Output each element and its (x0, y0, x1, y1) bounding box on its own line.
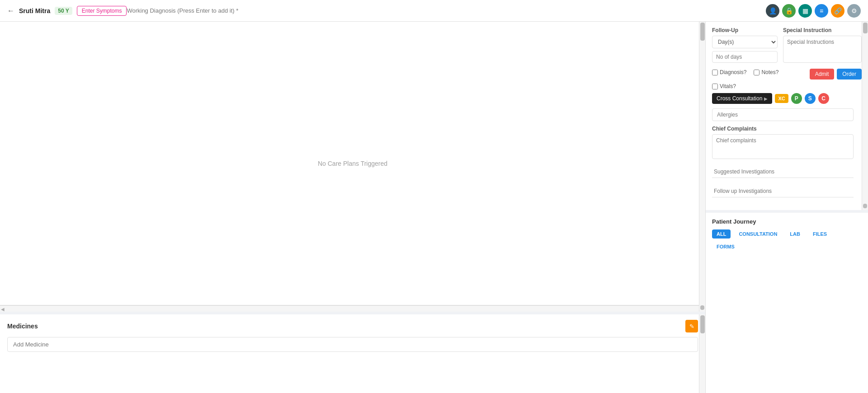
grid-icon-button[interactable]: ▦ (798, 4, 812, 18)
diagnosis-checkbox-item[interactable]: Diagnosis? (712, 69, 746, 75)
scroll-thumb-top[interactable] (700, 23, 705, 41)
special-instruction-col: Special Instruction (783, 27, 862, 64)
s-button[interactable]: S (805, 93, 816, 104)
cross-consultation-label: Cross Consultation (717, 95, 762, 102)
followup-investigations-input[interactable] (712, 185, 854, 197)
user-icon-button[interactable]: 👤 (766, 4, 779, 18)
main-layout: No Care Plans Triggered ◀ ▶ Medicines ✎ (0, 22, 868, 393)
back-button[interactable]: ← (7, 7, 14, 15)
enter-symptoms-button[interactable]: Enter Symptoms (77, 6, 127, 16)
chief-complaints-label: Chief Complaints (712, 126, 862, 132)
care-plans-empty-message: No Care Plans Triggered (318, 160, 387, 167)
xc-button[interactable]: XC (775, 94, 788, 103)
cross-consultation-tooltip[interactable]: Cross Consultation ▶ (712, 93, 772, 104)
add-medicine-input[interactable] (7, 337, 698, 352)
special-instruction-textarea[interactable] (783, 36, 862, 63)
app-header: ← Sruti Mitra 50 Y Enter Symptoms 👤 🔒 ▦ … (0, 0, 868, 22)
medicines-title: Medicines (7, 323, 38, 330)
tab-forms[interactable]: FORMS (712, 242, 739, 251)
patient-journey-title: Patient Journey (712, 218, 862, 225)
tab-consultation[interactable]: CONSULTATION (734, 229, 782, 239)
p-button[interactable]: P (791, 93, 802, 104)
list-icon-button[interactable]: ≡ (815, 4, 828, 18)
lock-icon-button[interactable]: 🔒 (782, 4, 796, 18)
checkboxes-group: Diagnosis? Notes? (712, 69, 778, 75)
tab-all[interactable]: ALL (712, 229, 731, 239)
follow-up-dropdown[interactable]: Day(s) Week(s) Month(s) (712, 36, 778, 48)
medicines-scroll-thumb[interactable] (700, 315, 705, 333)
allergies-input[interactable] (712, 108, 854, 121)
tab-lab[interactable]: LAB (785, 229, 805, 239)
medicines-header: Medicines ✎ (7, 320, 698, 332)
right-top-section: Follow-Up Day(s) Week(s) Month(s) Specia… (706, 22, 868, 213)
diagnosis-label: Diagnosis? (720, 69, 746, 75)
diagnosis-checkbox[interactable] (712, 70, 718, 75)
medicines-scrollbar[interactable] (699, 314, 705, 393)
vitals-row: Vitals? (712, 83, 862, 89)
scroll-thumb-bottom[interactable] (700, 305, 704, 310)
order-button[interactable]: Order (837, 69, 862, 80)
suggested-investigations-input[interactable] (712, 166, 854, 178)
right-scroll-thumb-bottom[interactable] (863, 204, 867, 208)
followup-specialinstruction-row: Follow-Up Day(s) Week(s) Month(s) Specia… (712, 27, 862, 64)
notes-label: Notes? (761, 69, 778, 75)
medicines-section: Medicines ✎ (0, 312, 705, 393)
special-instruction-label: Special Instruction (783, 27, 862, 33)
header-left: ← Sruti Mitra 50 Y Enter Symptoms (7, 6, 127, 16)
chief-complaints-textarea[interactable] (712, 134, 854, 159)
checkboxes-action-row: Diagnosis? Notes? Admit Order (712, 69, 862, 80)
medicines-edit-button[interactable]: ✎ (685, 320, 698, 332)
link-icon-button[interactable]: 🔗 (831, 4, 844, 18)
right-panel: Follow-Up Day(s) Week(s) Month(s) Specia… (705, 22, 868, 393)
care-plans-section: No Care Plans Triggered ◀ ▶ (0, 22, 705, 312)
horizontal-scrollbar[interactable]: ◀ ▶ (0, 305, 705, 312)
vitals-label: Vitals? (720, 83, 736, 89)
c-button[interactable]: C (818, 93, 829, 104)
action-buttons: Admit Order (810, 69, 862, 80)
journey-tabs: ALL CONSULTATION LAB FILES FORMS (712, 229, 862, 251)
cross-consultation-arrow-icon: ▶ (764, 96, 768, 101)
header-icons: 👤 🔒 ▦ ≡ 🔗 ⚙ (766, 4, 861, 18)
cross-consultation-area: Cross Consultation ▶ XC P S C (712, 93, 862, 104)
diagnosis-input[interactable] (127, 7, 766, 14)
admit-button[interactable]: Admit (810, 69, 835, 80)
follow-up-label: Follow-Up (712, 27, 778, 33)
settings-icon-button[interactable]: ⚙ (847, 4, 861, 18)
right-scroll-thumb[interactable] (863, 23, 868, 33)
vitals-checkbox[interactable] (712, 84, 718, 89)
patient-name: Sruti Mitra (19, 7, 50, 14)
care-plans-empty: No Care Plans Triggered (0, 22, 705, 305)
right-panel-scrollbar[interactable] (862, 22, 868, 210)
vertical-scrollbar[interactable] (699, 22, 705, 312)
notes-checkbox-item[interactable]: Notes? (754, 69, 778, 75)
left-panel: No Care Plans Triggered ◀ ▶ Medicines ✎ (0, 22, 705, 393)
age-badge: 50 Y (55, 7, 72, 15)
scroll-left-icon[interactable]: ◀ (1, 307, 5, 312)
tab-files[interactable]: FILES (808, 229, 831, 239)
patient-journey-section: Patient Journey ALL CONSULTATION LAB FIL… (706, 213, 868, 393)
vitals-checkbox-item[interactable]: Vitals? (712, 83, 862, 89)
no-of-days-input[interactable] (712, 51, 778, 63)
follow-up-col: Follow-Up Day(s) Week(s) Month(s) (712, 27, 778, 64)
notes-checkbox[interactable] (754, 70, 760, 75)
